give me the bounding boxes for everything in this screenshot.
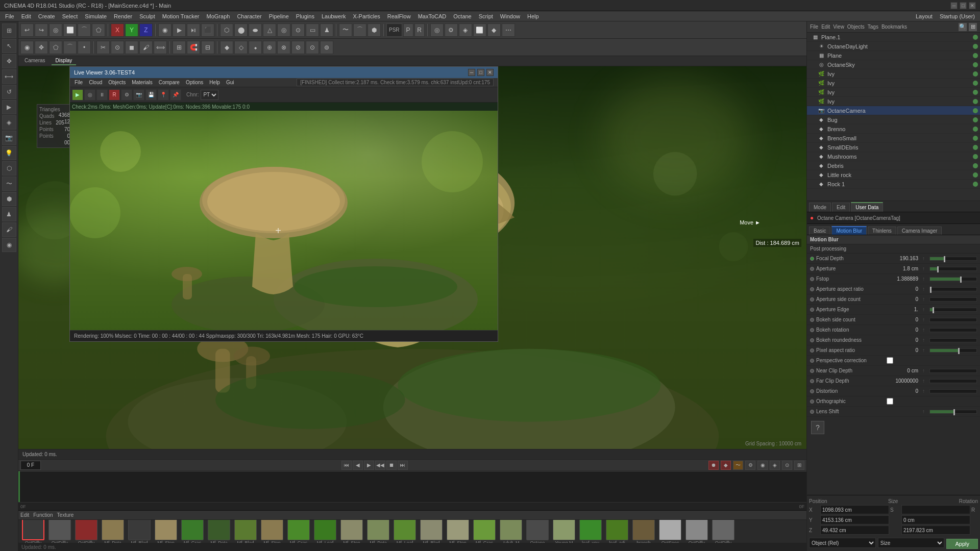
oct-tab-motion-blur[interactable]: Motion Blur (831, 226, 867, 235)
vis-dot[interactable] (973, 182, 978, 187)
prev-frame[interactable]: ◀ (353, 461, 363, 470)
mat-item-11[interactable]: Mf_Leaf (312, 520, 338, 543)
tb2-axis[interactable]: ⊞ (173, 41, 186, 54)
aperture-edge-dot[interactable] (810, 308, 814, 312)
tb-spline[interactable]: 〜 (339, 23, 352, 37)
bokeh-round-slider[interactable] (929, 338, 977, 342)
near-clip-value[interactable]: 0 cm (885, 368, 920, 373)
sidebar-camera-icon[interactable]: 📷 (2, 131, 16, 145)
mat-item-22[interactable]: leaf_adi (604, 520, 630, 543)
aperture-slider[interactable] (929, 267, 977, 271)
tree-item-plane[interactable]: ▦Plane (807, 51, 980, 60)
mat-item-12[interactable]: Mf_Sten (339, 520, 364, 543)
tb2-model[interactable]: ◉ (20, 41, 34, 54)
sidebar-character-icon[interactable]: ♟ (2, 207, 16, 221)
tb-plane[interactable]: ▭ (306, 23, 319, 37)
tb2-edge[interactable]: ⌒ (63, 41, 77, 54)
aperture-count-dot[interactable] (810, 297, 814, 302)
mat-item-4[interactable]: Mf_Blad (127, 520, 152, 543)
sidebar-sculpt-icon[interactable]: ◉ (2, 238, 16, 252)
vis-dot[interactable] (973, 136, 978, 141)
menu-plugins[interactable]: Plugins (293, 12, 317, 20)
view-tab-cameras[interactable]: Cameras (20, 57, 50, 65)
near-clip-dot[interactable] (810, 369, 814, 373)
lv-channel-select[interactable]: PT (201, 90, 218, 100)
mat-item-21[interactable]: leaf_you (578, 520, 603, 543)
tb-figure[interactable]: ♟ (320, 23, 333, 37)
aperture-dot[interactable] (810, 267, 814, 271)
vis-dot[interactable] (973, 172, 978, 178)
bokeh-side-count-slider[interactable] (929, 318, 977, 322)
bokeh-side-count-value[interactable]: 0 (885, 317, 920, 322)
tree-item-plane.1[interactable]: ▦Plane.1 (807, 33, 980, 42)
play-button[interactable]: ▶ (364, 461, 374, 470)
rp-menu-view[interactable]: View (833, 24, 844, 30)
record-button[interactable]: ⏺ (708, 461, 719, 470)
tb-cone[interactable]: △ (263, 23, 276, 37)
mat-item-1[interactable]: OctDiffu (47, 520, 72, 543)
fstop-slider[interactable] (929, 277, 977, 281)
lv-menu-options[interactable]: Options (183, 79, 206, 86)
lv-tb-location2[interactable]: 📌 (170, 89, 181, 101)
pixel-aspect-slider[interactable] (929, 348, 977, 353)
tb2-tool4[interactable]: ⊕ (263, 41, 276, 54)
tb2-tool7[interactable]: ⊙ (306, 41, 319, 54)
menu-motion-tracker[interactable]: Motion Tracker (159, 12, 203, 20)
mat-item-14[interactable]: Mf_Leaf (392, 520, 418, 543)
vis-dot[interactable] (973, 90, 978, 95)
aperture-aspect-slider[interactable] (929, 287, 977, 291)
menu-octane[interactable]: Octane (450, 12, 474, 20)
mat-item-9[interactable]: Mf_Sten (259, 520, 285, 543)
tb-redo[interactable]: ↪ (35, 23, 48, 37)
tree-item-smalldebris[interactable]: ◆SmallDEbris (807, 143, 980, 152)
tb-psr-p[interactable]: P (403, 23, 413, 37)
tree-item-ivy[interactable]: 🌿Ivy (807, 97, 980, 106)
bokeh-round-value[interactable]: 0 (885, 337, 920, 343)
mat-item-10[interactable]: Mf_Gras (286, 520, 311, 543)
stop-button[interactable]: ⏹ (386, 461, 397, 470)
perspective-dot[interactable] (810, 359, 814, 363)
vis-dot[interactable] (973, 145, 978, 150)
mat-item-18[interactable]: Adult_M (498, 520, 524, 543)
size-mode-select[interactable]: Size (878, 538, 945, 548)
fstop-value[interactable]: 1.388889 (885, 276, 920, 282)
lv-tb-snapshot[interactable]: 📷 (133, 89, 144, 101)
tb2-tool5[interactable]: ⊗ (277, 41, 290, 54)
sidebar-material-icon[interactable]: ◈ (2, 115, 16, 130)
tree-item-octanedaylight[interactable]: ☀OctaneDayLight (807, 42, 980, 51)
vis-dot[interactable] (973, 99, 978, 104)
tree-item-ivy[interactable]: 🌿Ivy (807, 79, 980, 88)
vis-dot[interactable] (973, 62, 978, 67)
tree-item-debris[interactable]: ◆Debris (807, 161, 980, 170)
vis-dot[interactable] (973, 108, 978, 113)
lv-menu-cloud[interactable]: Cloud (86, 79, 105, 86)
menu-edit[interactable]: Edit (18, 12, 34, 20)
tb2-poly[interactable]: ⬠ (49, 41, 62, 54)
far-clip-slider[interactable] (929, 379, 977, 383)
tree-item-mushrooms[interactable]: ◆Mushrooms (807, 152, 980, 161)
menu-laubwerk[interactable]: Laubwerk (318, 12, 349, 20)
tb-undo[interactable]: ↩ (20, 23, 34, 37)
maximize-button[interactable]: □ (960, 2, 967, 9)
timeline-current-frame[interactable] (20, 461, 41, 470)
tb2-tool1[interactable]: ◆ (220, 41, 233, 54)
tb-proj[interactable]: ◆ (487, 23, 501, 37)
menu-x-particles[interactable]: X-Particles (350, 12, 383, 20)
aperture-value[interactable]: 1.8 cm (885, 266, 920, 271)
tree-item-brenno[interactable]: ◆Brenno (807, 124, 980, 134)
tb-texture[interactable]: ⬜ (473, 23, 486, 37)
tb-cylinder[interactable]: ⬬ (249, 23, 262, 37)
tb-y-axis[interactable]: Y (125, 23, 138, 37)
sidebar-select-icon[interactable]: ↖ (2, 39, 16, 53)
tb-more[interactable]: ⋯ (502, 23, 515, 37)
lv-menu-file[interactable]: File (72, 79, 85, 86)
far-clip-value[interactable]: 10000000 (885, 378, 920, 384)
mat-item-17[interactable]: Mf_Gras (472, 520, 497, 543)
vis-dot[interactable] (973, 71, 978, 77)
lv-menu-gui[interactable]: Gui (224, 79, 237, 86)
lv-tb-render[interactable]: R (109, 89, 120, 101)
lv-tb-icon3[interactable]: ⏸ (96, 89, 108, 101)
play-to-end[interactable]: ⏭ (398, 461, 408, 470)
mat-item-19[interactable]: Octane (525, 520, 550, 543)
bokeh-rotation-slider[interactable] (929, 328, 977, 332)
